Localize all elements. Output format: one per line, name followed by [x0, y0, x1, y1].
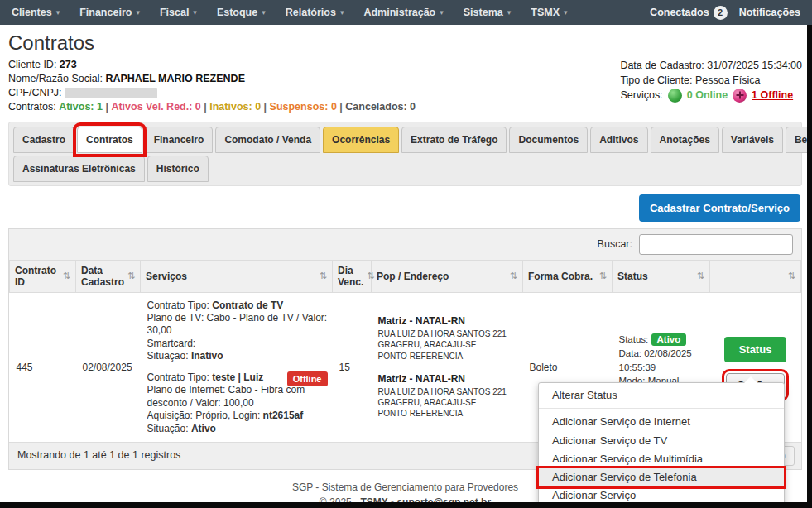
- chevron-down-icon: ▾: [136, 8, 140, 17]
- client-summary: Cliente ID: 273 Nome/Razão Social: RAPHA…: [8, 58, 802, 115]
- tab-comodato-venda[interactable]: Comodato / Venda: [215, 127, 320, 153]
- contracts-label: Contratos:: [8, 101, 56, 113]
- tab-contratos[interactable]: Contratos: [77, 127, 142, 153]
- sort-icon: ⇅: [788, 271, 795, 281]
- address-block: Matriz - NATAL-RN RUA LUIZ DA HORA SANTO…: [378, 315, 517, 361]
- tab-assinaturas-eletronicas[interactable]: Assinaturas Eletrônicas: [13, 156, 145, 182]
- menu-item-adicionar-servico-telefonia[interactable]: Adicionar Serviço de Telefonia: [539, 468, 784, 486]
- nav-right-group: Conectados2 Notificações: [650, 6, 800, 20]
- menu-item-adicionar-servico-tv[interactable]: Adicionar Serviço de TV: [539, 432, 784, 450]
- status-label: Status:: [619, 334, 649, 344]
- tab-documentos[interactable]: Documentos: [509, 127, 588, 153]
- tab-historico[interactable]: Histórico: [147, 156, 209, 182]
- client-name-value: RAPHAEL MARIO REZENDE: [105, 73, 245, 84]
- service-login-value: nt2615af: [263, 410, 304, 421]
- cell-created-date: 02/08/2025: [76, 292, 141, 442]
- nav-item-fiscal[interactable]: Fiscal▾: [160, 7, 197, 18]
- chevron-down-icon: ▾: [440, 8, 444, 17]
- service-type-label: Contrato Tipo:: [147, 300, 209, 311]
- column-header-forma-cobra[interactable]: Forma Cobra.⇅: [523, 260, 613, 292]
- client-type: Tipo de Cliente: Pessoa Física: [620, 73, 802, 88]
- tab-ocorrencias[interactable]: Ocorrências: [323, 127, 399, 153]
- nav-item-relatorios[interactable]: Relatórios▾: [286, 7, 344, 18]
- nav-item-tsmx[interactable]: TSMX▾: [531, 7, 567, 18]
- search-input[interactable]: [639, 234, 793, 255]
- service-situation-label: Situação:: [147, 350, 189, 362]
- menu-item-alterar-status[interactable]: Alterar Status: [539, 386, 784, 405]
- menu-item-adicionar-servico-multimidia[interactable]: Adicionar Serviço de Multimídia: [539, 450, 784, 468]
- tab-aditivos[interactable]: Aditivos: [590, 127, 647, 153]
- column-header-data-cadastro[interactable]: Data Cadastro⇅: [76, 260, 141, 292]
- nav-item-label: Clientes: [12, 7, 52, 18]
- table-search-bar: Buscar:: [9, 229, 801, 260]
- cell-services: Contrato Tipo: Contrato de TV Plano de T…: [141, 292, 333, 442]
- counter-cancelados: Cancelados: 0: [345, 101, 416, 113]
- connected-indicator[interactable]: Conectados2: [650, 6, 728, 20]
- address-street: RUA LUIZ DA HORA SANTOS 221: [378, 386, 517, 397]
- column-header-servicos[interactable]: Serviços⇅: [141, 260, 333, 292]
- online-count: 0 Online: [687, 88, 728, 103]
- nav-item-financeiro[interactable]: Financeiro▾: [79, 7, 140, 18]
- tabs-bar: Cadastro Contratos Financeiro Comodato /…: [8, 122, 802, 186]
- tabs-row-2: Assinaturas Eletrônicas Histórico: [13, 156, 797, 182]
- nav-item-label: Financeiro: [79, 7, 132, 18]
- online-status-icon: [668, 89, 682, 103]
- menu-item-adicionar-servico-internet[interactable]: Adicionar Serviço de Internet: [539, 413, 784, 431]
- column-header-dia-venc[interactable]: Dia Venc.⇅: [333, 260, 372, 292]
- client-id-line: Cliente ID: 273: [8, 58, 416, 72]
- service-situation-label: Situação:: [147, 423, 189, 434]
- tab-cadastro[interactable]: Cadastro: [13, 127, 74, 153]
- tab-anotacoes[interactable]: Anotações: [651, 127, 719, 153]
- services-status-line: Serviços: 0 Online 1 Offline: [620, 88, 802, 103]
- nav-item-administracao[interactable]: Administração▾: [363, 7, 443, 18]
- column-header-pop-endereco[interactable]: Pop / Endereço⇅: [372, 260, 523, 292]
- tab-extrato-de-trafego[interactable]: Extrato de Tráfego: [401, 127, 507, 153]
- counter-ativos: Ativos: 1: [59, 101, 103, 113]
- opcoes-dropdown-menu: Alterar Status Adicionar Serviço de Inte…: [538, 382, 785, 508]
- nav-item-label: Fiscal: [160, 7, 189, 18]
- sort-icon: ⇅: [320, 271, 327, 281]
- chevron-down-icon: ▾: [340, 8, 344, 17]
- service-plan: Plano de TV: Cabo - Plano de TV / Valor:…: [147, 312, 328, 338]
- service-plan: Plano de Internet: Cabo - Fibra com desc…: [147, 384, 328, 410]
- status-button[interactable]: Status: [724, 337, 787, 362]
- chevron-down-icon: ▾: [262, 8, 266, 17]
- column-label: Status: [617, 271, 648, 282]
- address-reference: PONTO REFERENCIA: [378, 351, 517, 362]
- top-nav: Clientes▾ Financeiro▾ Fiscal▾ Estoque▾ R…: [0, 0, 812, 25]
- service-situation-value: Inativo: [191, 350, 223, 362]
- column-header-status[interactable]: Status⇅: [613, 260, 710, 292]
- tab-financeiro[interactable]: Financeiro: [145, 127, 214, 153]
- column-header-contrato-id[interactable]: Contrato ID⇅: [10, 260, 76, 292]
- client-cpf-line: CPF/CNPJ:: [8, 86, 416, 100]
- column-label: Serviços: [146, 271, 187, 282]
- column-header-actions[interactable]: ⇅: [710, 260, 801, 292]
- column-label: Forma Cobra.: [528, 271, 593, 282]
- offline-count-link[interactable]: 1 Offline: [752, 88, 793, 103]
- nav-item-clientes[interactable]: Clientes▾: [12, 7, 60, 18]
- nav-item-estoque[interactable]: Estoque▾: [217, 7, 266, 18]
- offline-badge: Offline: [287, 371, 328, 386]
- cadastrar-contrato-servico-button[interactable]: Cadastrar Contrato/Serviço: [639, 194, 800, 222]
- chevron-down-icon: ▾: [193, 8, 197, 17]
- service-block-internet: Offline Contrato Tipo: teste | Luiz Plan…: [147, 371, 328, 435]
- sort-icon: ⇅: [697, 271, 704, 281]
- client-name-line: Nome/Razão Social: RAPHAEL MARIO REZENDE: [8, 72, 416, 86]
- counter-inativos: Inativos: 0: [209, 101, 261, 113]
- redacted-cpf-value: [65, 88, 157, 98]
- active-status-badge: Ativo: [651, 333, 687, 346]
- notifications-link[interactable]: Notificações: [739, 7, 800, 18]
- offline-status-icon: [733, 89, 747, 103]
- column-label: Data Cadastro: [81, 265, 124, 288]
- client-id-label: Cliente ID:: [8, 59, 56, 70]
- nav-item-sistema[interactable]: Sistema▾: [464, 7, 511, 18]
- sort-icon: ⇅: [63, 271, 70, 281]
- nav-item-label: TSMX: [531, 7, 560, 18]
- separator: |: [105, 101, 108, 113]
- records-info: Mostrando de 1 até 1 de 1 registros: [17, 449, 180, 461]
- client-cpf-label: CPF/CNPJ:: [8, 87, 62, 98]
- tab-variaveis[interactable]: Variáveis: [722, 127, 783, 153]
- client-info-block: Cliente ID: 273 Nome/Razão Social: RAPHA…: [8, 58, 416, 115]
- sort-icon: ⇅: [599, 271, 607, 281]
- table-header-row: Contrato ID⇅ Data Cadastro⇅ Serviços⇅ Di…: [10, 260, 801, 292]
